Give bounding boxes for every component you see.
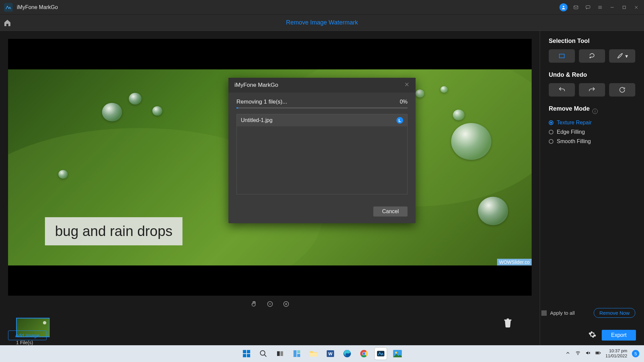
- redo-button[interactable]: [579, 83, 605, 97]
- reset-button[interactable]: [609, 83, 635, 97]
- svg-rect-2: [586, 5, 590, 8]
- select-brush-button[interactable]: ▾: [609, 49, 635, 63]
- zoom-in-icon[interactable]: [283, 301, 289, 309]
- svg-point-0: [563, 6, 565, 7]
- settings-icon[interactable]: [588, 330, 596, 340]
- svg-rect-1: [574, 6, 578, 9]
- bottom-bar: Add Image Export: [8, 330, 636, 341]
- svg-rect-10: [243, 354, 246, 357]
- markgo-taskbar-icon[interactable]: [374, 347, 387, 360]
- word-icon[interactable]: W: [324, 347, 337, 360]
- file-list-item: Untitled-1.jpg L: [237, 114, 407, 126]
- clock[interactable]: 10:37 pm 11/01/2022: [605, 349, 627, 359]
- svg-rect-11: [247, 354, 250, 357]
- progress-percent: 0%: [400, 99, 408, 105]
- minimize-button[interactable]: [608, 4, 616, 11]
- battery-icon[interactable]: [595, 350, 601, 357]
- select-rect-button[interactable]: [549, 49, 575, 63]
- app-logo: [4, 3, 13, 12]
- svg-rect-13: [277, 351, 280, 356]
- svg-rect-9: [247, 350, 250, 353]
- titlebar: iMyFone MarkGo: [0, 0, 644, 15]
- pan-hand-icon[interactable]: [251, 301, 257, 309]
- remove-now-button[interactable]: Remove Now: [594, 308, 635, 318]
- file-name: Untitled-1.jpg: [241, 117, 272, 123]
- info-icon[interactable]: i: [592, 109, 598, 114]
- chrome-icon[interactable]: [358, 347, 370, 360]
- undo-button[interactable]: [549, 83, 575, 97]
- svg-rect-33: [596, 352, 599, 354]
- progress-bar: [236, 107, 408, 109]
- dialog-title: iMyFone MarkGo: [234, 82, 278, 88]
- svg-point-30: [578, 354, 578, 355]
- svg-rect-16: [297, 350, 300, 353]
- home-button[interactable]: [0, 19, 15, 27]
- svg-rect-8: [243, 350, 246, 353]
- notifications-badge[interactable]: 5: [632, 350, 639, 357]
- widgets-icon[interactable]: [290, 347, 303, 360]
- edge-icon[interactable]: [341, 347, 354, 360]
- mode-smooth-filling[interactable]: Smooth Filling: [549, 138, 635, 144]
- wifi-icon[interactable]: [575, 350, 581, 357]
- progress-dialog: iMyFone MarkGo Removing 1 file(s)... 0% …: [228, 78, 416, 223]
- dialog-close-icon[interactable]: [404, 82, 410, 88]
- add-image-button[interactable]: Add Image: [8, 330, 47, 340]
- select-lasso-button[interactable]: [579, 49, 605, 63]
- progress-status: Removing 1 file(s)...: [236, 99, 287, 105]
- remove-mode-heading: Remove Mode: [549, 105, 590, 112]
- svg-rect-32: [600, 352, 600, 354]
- volume-icon[interactable]: [585, 350, 591, 357]
- photos-icon[interactable]: [391, 347, 404, 360]
- apply-to-all-checkbox[interactable]: Apply to all: [541, 310, 575, 316]
- cancel-button[interactable]: Cancel: [373, 206, 408, 217]
- header: Remove Image Watermark: [0, 15, 644, 31]
- wowslider-badge: WOWSlider.co: [497, 259, 532, 265]
- mode-edge-filling[interactable]: Edge Filling: [549, 129, 635, 135]
- loading-icon: L: [396, 117, 403, 124]
- menu-icon[interactable]: [596, 4, 604, 11]
- chevron-down-icon: ▾: [625, 53, 628, 59]
- svg-rect-6: [559, 54, 565, 58]
- canvas-toolbar: [8, 296, 532, 314]
- svg-text:W: W: [328, 351, 333, 356]
- search-icon[interactable]: [257, 347, 270, 360]
- image-watermark-text: bug and rain drops: [45, 217, 182, 245]
- app-title: iMyFone MarkGo: [17, 4, 58, 10]
- maximize-button[interactable]: [621, 4, 628, 11]
- undo-redo-heading: Undo & Redo: [549, 71, 635, 78]
- windows-taskbar: W 10:37 pm 11/01/2022 5: [0, 345, 644, 362]
- sidebar-actions: Apply to all Remove Now: [541, 308, 635, 318]
- close-button[interactable]: [633, 4, 640, 11]
- explorer-icon[interactable]: [307, 347, 320, 360]
- delete-icon[interactable]: [503, 318, 512, 329]
- export-button[interactable]: Export: [602, 330, 636, 341]
- mail-icon[interactable]: [572, 4, 580, 11]
- svg-rect-3: [623, 6, 626, 9]
- mode-texture-repair[interactable]: Texture Repair: [549, 120, 635, 126]
- svg-point-26: [363, 352, 365, 355]
- svg-rect-18: [310, 353, 317, 357]
- start-button[interactable]: [240, 347, 253, 360]
- taskview-icon[interactable]: [274, 347, 286, 360]
- tray-chevron-icon[interactable]: [565, 350, 571, 357]
- user-account-icon[interactable]: [559, 3, 568, 11]
- svg-point-12: [260, 351, 265, 355]
- svg-rect-15: [293, 350, 297, 357]
- sidebar: Selection Tool ▾ Undo & Redo Remove Mode…: [540, 31, 644, 345]
- svg-rect-14: [280, 351, 283, 356]
- page-title: Remove Image Watermark: [15, 19, 629, 26]
- selection-tool-heading: Selection Tool: [549, 38, 635, 45]
- system-tray[interactable]: 10:37 pm 11/01/2022 5: [565, 349, 639, 359]
- chat-icon[interactable]: [584, 4, 592, 11]
- svg-point-29: [395, 352, 397, 354]
- zoom-out-icon[interactable]: [267, 301, 273, 309]
- file-count: 1 File(s): [16, 340, 50, 345]
- file-list: Untitled-1.jpg L: [236, 114, 408, 194]
- svg-rect-17: [297, 354, 300, 357]
